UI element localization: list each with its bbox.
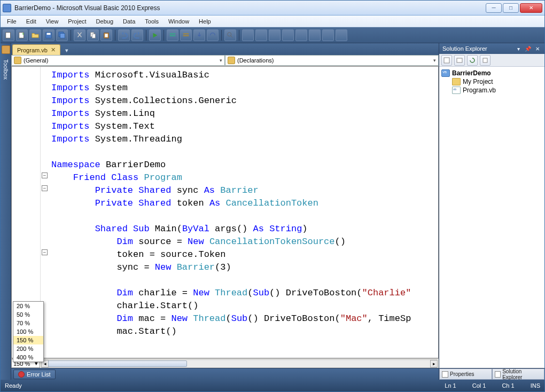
pin-icon[interactable]: 📌 <box>524 45 532 52</box>
project-icon <box>441 69 450 77</box>
copy-button[interactable] <box>87 29 99 41</box>
scroll-thumb[interactable] <box>48 360 187 367</box>
toolbar-button[interactable] <box>269 29 281 41</box>
menu-help[interactable]: Help <box>194 17 215 26</box>
toolbar-button[interactable] <box>282 29 294 41</box>
panel-dropdown-icon[interactable]: ▾ <box>515 45 522 52</box>
close-tab-icon[interactable]: ✕ <box>51 46 56 53</box>
status-col: Col 1 <box>472 382 486 389</box>
paste-button[interactable] <box>100 29 112 41</box>
maximize-button[interactable]: □ <box>503 3 519 13</box>
toolbar-button[interactable] <box>242 29 254 41</box>
menu-data[interactable]: Data <box>119 17 139 26</box>
toolbox-panel-collapsed[interactable]: Toolbox <box>1 43 11 380</box>
step-over-button[interactable] <box>207 29 219 41</box>
status-ready: Ready <box>5 382 22 389</box>
comment-button[interactable] <box>167 29 178 41</box>
member-dropdown-label: (Declarations) <box>237 57 274 64</box>
minimize-button[interactable]: ─ <box>486 3 502 13</box>
zoom-option[interactable]: 20 % <box>13 302 43 310</box>
vb-file-icon <box>452 87 461 94</box>
tab-overflow-button[interactable]: ▾ <box>63 46 71 55</box>
toolbar-button[interactable] <box>309 29 321 41</box>
view-code-button[interactable] <box>480 55 490 66</box>
add-item-button[interactable]: + <box>16 29 28 41</box>
toolbar-separator <box>221 30 222 41</box>
properties-button[interactable] <box>441 55 452 66</box>
tree-item-label: Program.vb <box>463 87 496 94</box>
menu-project[interactable]: Project <box>64 17 90 26</box>
open-button[interactable] <box>29 29 41 41</box>
menu-window[interactable]: Window <box>164 17 193 26</box>
uncomment-button[interactable] <box>180 29 192 41</box>
solution-tree[interactable]: BarrierDemo My Project Program.vb <box>439 67 544 368</box>
svg-point-15 <box>228 32 231 36</box>
outline-collapse-toggle[interactable]: − <box>42 249 48 255</box>
solution-explorer-header[interactable]: Solution Explorer ▾ 📌 ✕ <box>439 43 544 54</box>
menu-edit[interactable]: Edit <box>22 17 41 26</box>
scroll-right-button[interactable]: ▸ <box>430 360 438 367</box>
toolbox-icon[interactable] <box>2 45 10 54</box>
editor-bottom-bar: 150 % ▾ ◂ ▸ <box>11 358 439 368</box>
svg-rect-18 <box>483 58 487 62</box>
zoom-option[interactable]: 200 % <box>13 344 43 353</box>
member-dropdown[interactable]: (Declarations) ▾ <box>225 55 439 66</box>
outline-collapse-toggle[interactable]: − <box>42 185 48 191</box>
cut-button[interactable] <box>74 29 85 41</box>
scope-dropdown[interactable]: (General) ▾ <box>11 55 225 66</box>
menu-debug[interactable]: Debug <box>92 17 118 26</box>
refresh-button[interactable] <box>467 55 478 66</box>
undo-button[interactable] <box>118 29 130 41</box>
app-window: BarrierDemo - Microsoft Visual Basic 201… <box>0 0 545 392</box>
titlebar[interactable]: BarrierDemo - Microsoft Visual Basic 201… <box>1 1 544 15</box>
svg-rect-17 <box>457 58 462 62</box>
toolbar-button[interactable] <box>336 29 347 41</box>
close-panel-icon[interactable]: ✕ <box>534 45 541 52</box>
save-button[interactable] <box>43 29 54 41</box>
tree-item-program-vb[interactable]: Program.vb <box>440 86 543 95</box>
redo-button[interactable] <box>131 29 143 41</box>
tree-item-my-project[interactable]: My Project <box>440 77 543 86</box>
svg-rect-0 <box>6 32 11 38</box>
toolbar-separator <box>146 30 146 41</box>
toolbar-separator <box>164 30 164 41</box>
solution-toolbar <box>439 54 544 67</box>
document-tab-program[interactable]: Program.vb ✕ <box>12 44 60 55</box>
code-text[interactable]: Imports Microsoft.VisualBasic Imports Sy… <box>12 67 438 340</box>
status-line: Ln 1 <box>445 382 456 389</box>
zoom-option[interactable]: 70 % <box>13 319 43 327</box>
step-into-button[interactable] <box>193 29 205 41</box>
horizontal-scrollbar[interactable]: ◂ ▸ <box>41 359 438 368</box>
tree-project-node[interactable]: BarrierDemo <box>440 69 543 77</box>
svg-rect-16 <box>444 58 449 63</box>
toolbar-separator <box>239 30 239 41</box>
zoom-option[interactable]: 400 % <box>13 353 43 362</box>
toolbar-button[interactable] <box>255 29 267 41</box>
menu-view[interactable]: View <box>42 17 63 26</box>
toolbar-button[interactable] <box>322 29 334 41</box>
close-button[interactable]: ✕ <box>520 3 542 13</box>
chevron-down-icon: ▾ <box>220 58 222 63</box>
editor-pane: Program.vb ✕ ▾ (General) ▾ (Declarations… <box>11 43 439 380</box>
solution-tab-label: Solution Explorer <box>502 369 542 380</box>
save-all-button[interactable] <box>56 29 68 41</box>
toolbar-separator <box>115 30 115 41</box>
outline-collapse-toggle[interactable]: − <box>42 173 48 178</box>
solution-explorer-tab[interactable]: Solution Explorer <box>492 369 545 380</box>
menu-file[interactable]: File <box>3 17 21 26</box>
zoom-option-selected[interactable]: 150 % <box>13 336 43 344</box>
right-panel-tabs: Properties Solution Explorer <box>439 368 544 380</box>
new-project-button[interactable] <box>3 29 14 41</box>
menu-tools[interactable]: Tools <box>141 17 163 26</box>
code-editor[interactable]: − − − Imports Microsoft.VisualBasic Impo… <box>11 66 439 358</box>
error-list-tab[interactable]: Error List <box>13 370 56 379</box>
zoom-option[interactable]: 50 % <box>13 310 43 319</box>
solution-icon <box>495 371 501 378</box>
find-button[interactable] <box>224 29 236 41</box>
solution-explorer-title: Solution Explorer <box>442 45 487 52</box>
start-debug-button[interactable] <box>149 29 161 41</box>
zoom-option[interactable]: 100 % <box>13 327 43 336</box>
toolbar-button[interactable] <box>295 29 307 41</box>
show-all-files-button[interactable] <box>454 55 465 66</box>
properties-tab[interactable]: Properties <box>439 369 492 380</box>
